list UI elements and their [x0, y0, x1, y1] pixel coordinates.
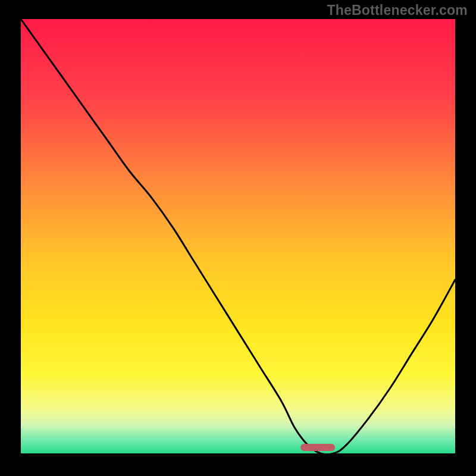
- optimum-marker: [300, 444, 335, 451]
- bottleneck-chart: [0, 0, 476, 476]
- chart-container: TheBottlenecker.com: [0, 0, 476, 476]
